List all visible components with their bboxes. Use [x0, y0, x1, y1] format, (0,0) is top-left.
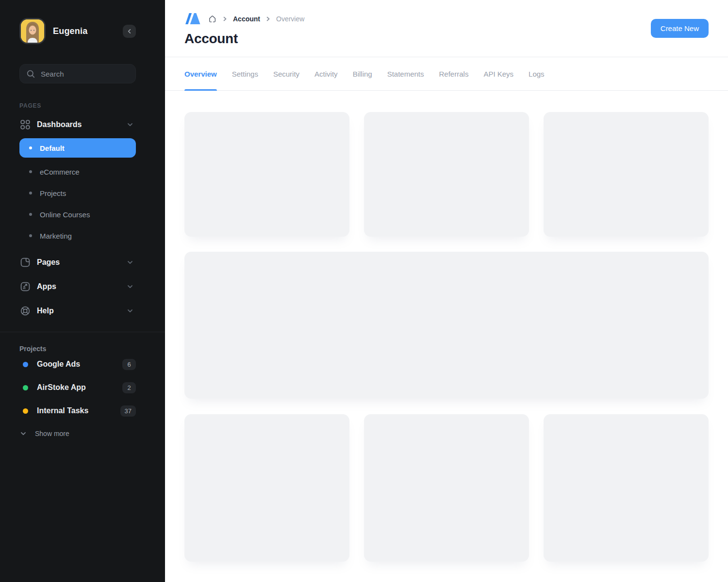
sidebar-item-label: Apps — [37, 282, 56, 291]
pages-section-label: PAGES — [19, 102, 136, 109]
sidebar-item-apps[interactable]: Apps — [19, 275, 136, 299]
sidebar-item-pages[interactable]: Pages — [19, 250, 136, 275]
project-dot-icon — [23, 385, 28, 390]
placeholder-card — [364, 414, 529, 562]
sidebar-subitem-marketing[interactable]: Marketing — [19, 225, 136, 246]
breadcrumb: Account Overview — [184, 0, 709, 26]
tab-logs[interactable]: Logs — [529, 57, 545, 90]
project-item-google-ads[interactable]: Google Ads 6 — [19, 353, 136, 376]
page-icon — [19, 257, 31, 268]
sidebar-item-label: Dashboards — [37, 120, 82, 129]
breadcrumb-page[interactable]: Overview — [276, 15, 304, 23]
home-icon[interactable] — [208, 14, 217, 23]
tab-referrals[interactable]: Referrals — [439, 57, 469, 90]
sidebar-header: Eugenia — [19, 18, 136, 44]
bullet-icon — [29, 170, 32, 173]
bullet-icon — [29, 146, 32, 149]
page-header: Account Overview Account Create New — [165, 0, 728, 57]
subitem-label: Online Courses — [40, 210, 90, 219]
sidebar-subitem-default[interactable]: Default — [19, 138, 136, 158]
brand-logo — [184, 12, 201, 26]
chevron-down-icon — [126, 307, 134, 315]
subitem-label: Marketing — [40, 232, 72, 240]
create-new-button[interactable]: Create New — [651, 19, 709, 38]
chevron-down-icon — [19, 430, 27, 437]
sidebar-subitem-ecommerce[interactable]: eCommerce — [19, 161, 136, 182]
sidebar-subitem-online-courses[interactable]: Online Courses — [19, 204, 136, 225]
project-name: AirStoke App — [37, 383, 86, 392]
placeholder-card — [544, 414, 709, 562]
tab-api-keys[interactable]: API Keys — [483, 57, 513, 90]
chevron-right-icon — [222, 16, 228, 22]
page-title: Account — [184, 31, 709, 47]
project-item-internal-tasks[interactable]: Internal Tasks 37 — [19, 399, 136, 422]
project-dot-icon — [23, 408, 28, 414]
project-dot-icon — [23, 362, 28, 367]
sidebar-divider — [0, 332, 165, 332]
placeholder-card — [364, 112, 529, 237]
avatar[interactable] — [19, 18, 46, 44]
tab-bar: Overview Settings Security Activity Bill… — [165, 57, 728, 91]
grid-icon — [19, 119, 31, 130]
card-row-top — [184, 112, 709, 237]
sidebar-item-help[interactable]: Help — [19, 299, 136, 323]
sidebar-item-label: Pages — [37, 258, 60, 267]
sidebar-item-label: Help — [37, 307, 54, 315]
chevron-right-icon — [265, 16, 271, 22]
tab-security[interactable]: Security — [273, 57, 299, 90]
chart-growth-icon — [19, 281, 31, 292]
avatar-illustration — [21, 19, 44, 43]
search-input[interactable] — [41, 70, 123, 78]
placeholder-card — [184, 112, 349, 237]
bullet-icon — [29, 213, 32, 216]
projects-section-label: Projects — [19, 345, 136, 353]
breadcrumb-section[interactable]: Account — [233, 15, 260, 23]
sidebar-item-dashboards[interactable]: Dashboards — [19, 114, 136, 135]
placeholder-card — [544, 112, 709, 237]
tab-overview[interactable]: Overview — [184, 57, 217, 90]
placeholder-card — [184, 414, 349, 562]
show-more-button[interactable]: Show more — [19, 422, 136, 445]
lifebuoy-icon — [19, 305, 31, 317]
subitem-label: Projects — [40, 189, 66, 197]
subitem-label: eCommerce — [40, 168, 80, 176]
search-box[interactable] — [19, 64, 136, 83]
main-area: Account Overview Account Create New Over… — [165, 0, 728, 582]
count-badge: 37 — [120, 405, 136, 417]
tab-activity[interactable]: Activity — [314, 57, 338, 90]
bullet-icon — [29, 234, 32, 237]
tab-billing[interactable]: Billing — [353, 57, 372, 90]
project-item-airstoke-app[interactable]: AirStoke App 2 — [19, 376, 136, 399]
user-name: Eugenia — [53, 26, 87, 36]
count-badge: 2 — [122, 382, 136, 393]
content-area — [165, 91, 728, 562]
tab-statements[interactable]: Statements — [387, 57, 424, 90]
chevron-down-icon — [126, 283, 134, 291]
chevron-down-icon — [126, 121, 134, 129]
sidebar: Eugenia PAGES — [0, 0, 165, 582]
chevron-left-icon — [126, 28, 132, 34]
sidebar-subitem-projects[interactable]: Projects — [19, 182, 136, 204]
subitem-label: Default — [40, 144, 65, 152]
sidebar-collapse-button[interactable] — [123, 25, 136, 38]
app-root: Eugenia PAGES — [0, 0, 728, 582]
card-row-bottom — [184, 414, 709, 562]
show-more-label: Show more — [35, 430, 69, 437]
project-name: Internal Tasks — [37, 406, 88, 415]
chevron-down-icon — [126, 259, 134, 266]
project-name: Google Ads — [37, 360, 80, 369]
count-badge: 6 — [122, 359, 136, 370]
bullet-icon — [29, 192, 32, 194]
tab-settings[interactable]: Settings — [232, 57, 258, 90]
placeholder-card-wide — [184, 252, 709, 399]
search-icon — [26, 69, 35, 79]
